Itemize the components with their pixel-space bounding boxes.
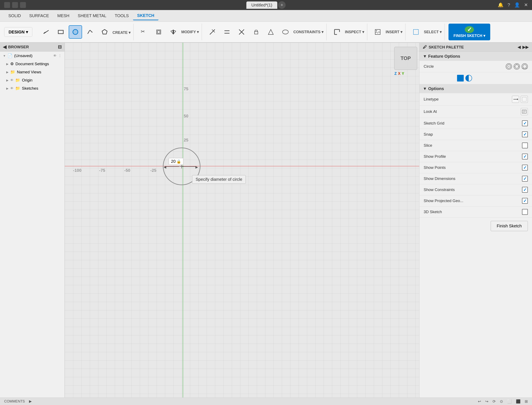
slice-checkbox[interactable] — [522, 142, 528, 148]
browser-item-origin[interactable]: ▶ 👁 📁 Origin — [0, 76, 65, 84]
line-tool-btn[interactable] — [39, 25, 53, 39]
browser-item-doc-settings[interactable]: ▶ ⚙ Document Settings — [0, 60, 65, 68]
design-button[interactable]: DESIGN ▾ — [4, 27, 32, 37]
circle-filled-btn[interactable] — [457, 75, 464, 81]
svg-line-9 — [210, 29, 215, 34]
sketch-3d-checkbox[interactable] — [522, 209, 528, 215]
browser-item-named-views[interactable]: ▶ 📁 Named Views — [0, 68, 65, 76]
palette-header: 🖊 SKETCH PALETTE ◀ ▶▶ — [420, 43, 532, 52]
browser-panel: ◀ BROWSER ⊟ ▼ 📄 (Unsaved) 👁 ⋮ ▶ ⚙ Docume… — [0, 43, 65, 398]
trim-tool-btn[interactable]: ✂ — [137, 25, 151, 39]
triangle-btn[interactable] — [264, 25, 277, 39]
svg-marker-16 — [268, 29, 273, 34]
menu-item-surface[interactable]: SURFACE — [25, 12, 53, 20]
measure-btn[interactable] — [330, 25, 344, 39]
browser-item-root[interactable]: ▼ 📄 (Unsaved) 👁 ⋮ — [0, 52, 65, 60]
insert-image-btn[interactable] — [371, 25, 384, 39]
look-at-label: Look At — [424, 109, 519, 114]
dimension-box[interactable]: 20 🔒 — [169, 158, 183, 165]
feature-options-chevron: ▼ — [423, 54, 427, 59]
palette-expand-right[interactable]: ▶▶ — [522, 45, 529, 49]
options-section[interactable]: ▼ Options — [420, 84, 532, 93]
sketch-grid-label: Sketch Grid — [424, 121, 520, 126]
circle-3pt-btn[interactable] — [514, 63, 520, 70]
show-points-checkbox[interactable] — [522, 165, 528, 170]
nav-icon-4[interactable]: ⊙ — [500, 399, 503, 404]
ellipse-btn[interactable] — [279, 25, 292, 39]
browser-item-sketches[interactable]: ▶ 👁 📁 Sketches — [0, 84, 65, 92]
snap-checkbox[interactable] — [522, 131, 528, 137]
viewcube[interactable]: TOP Z X Y — [394, 47, 415, 68]
expand-comments-btn[interactable]: ▶ — [29, 399, 32, 404]
new-tab-btn[interactable]: + — [278, 1, 286, 9]
linetype-solid-btn[interactable] — [512, 96, 519, 103]
select-btn[interactable] — [409, 25, 423, 39]
feature-options-section[interactable]: ▼ Feature Options — [420, 52, 532, 61]
circle-center-btn[interactable] — [506, 63, 512, 70]
polygon-tool-btn[interactable] — [98, 25, 111, 39]
menu-item-solid[interactable]: SOLID — [4, 12, 25, 20]
menu-item-tools[interactable]: TOOLS — [111, 12, 133, 20]
nav-icon-7[interactable]: ⊞ — [525, 399, 528, 404]
modify-tools-group: ✂ MODIFY ▾ — [134, 24, 202, 40]
coincident-btn[interactable] — [206, 25, 219, 39]
finish-sketch-palette-btn[interactable]: Finish Sketch — [491, 221, 528, 231]
notification-icon[interactable]: 🔔 — [498, 2, 503, 8]
circle-half-btn[interactable] — [465, 75, 472, 81]
show-constraints-label: Show Constraints — [424, 188, 520, 192]
show-projected-geo-checkbox[interactable] — [522, 198, 528, 204]
finish-sketch-button[interactable]: ✓ FINISH SKETCH ▾ — [448, 24, 490, 40]
show-dimensions-checkbox[interactable] — [522, 176, 528, 182]
circle-tool-btn[interactable] — [69, 25, 82, 39]
tooltip-specify-diameter: Specify diameter of circle — [192, 175, 246, 184]
x-axis — [65, 166, 419, 166]
options-icon[interactable]: ⋮ — [58, 54, 62, 58]
doc-settings-label: Document Settings — [15, 62, 62, 66]
show-profile-checkbox[interactable] — [522, 154, 528, 159]
eye-icon[interactable]: 👁 — [53, 54, 57, 58]
constraints-label: CONSTRAINTS ▾ — [293, 30, 323, 34]
rectangle-tool-btn[interactable] — [54, 25, 67, 39]
menu-item-sketch[interactable]: SKETCH — [133, 12, 158, 20]
eye-sketches-icon[interactable]: 👁 — [10, 87, 13, 90]
show-profile-label: Show Profile — [424, 154, 520, 159]
sketch-palette: 🖊 SKETCH PALETTE ◀ ▶▶ ▼ Feature Options … — [419, 43, 532, 398]
mirror-tool-btn[interactable] — [167, 25, 180, 39]
parallel-btn[interactable] — [220, 25, 234, 39]
close-icon[interactable]: ✕ — [524, 2, 528, 8]
insert-label: INSERT ▾ — [386, 30, 402, 34]
nav-icon-5[interactable]: ⬜ — [507, 399, 512, 404]
help-icon[interactable]: ? — [508, 2, 510, 8]
axis-label-neg100: -100 — [73, 168, 81, 173]
show-dimensions-label: Show Dimensions — [424, 176, 520, 181]
eye-origin-icon[interactable]: 👁 — [10, 78, 13, 82]
nav-icon-2[interactable]: ↪ — [485, 399, 488, 404]
lock-btn[interactable] — [250, 25, 263, 39]
nav-icon-1[interactable]: ↩ — [478, 399, 481, 404]
circle-row-label: Circle — [424, 64, 504, 69]
nav-icon-6[interactable]: ⬛ — [516, 399, 520, 404]
user-icon[interactable]: 👤 — [514, 2, 520, 8]
spline-tool-btn[interactable] — [83, 25, 97, 39]
browser-expand-btn[interactable]: ⊟ — [58, 44, 62, 50]
menu-item-mesh[interactable]: MESH — [53, 12, 74, 20]
palette-collapse-left[interactable]: ◀ — [518, 45, 521, 49]
look-at-row: Look At — [420, 106, 532, 118]
svg-marker-7 — [171, 30, 173, 34]
offset-tool-btn[interactable] — [152, 25, 165, 39]
active-tab[interactable]: Untitled*(1) — [246, 1, 277, 9]
menu-item-sheet-metal[interactable]: SHEET METAL — [73, 12, 111, 20]
title-bar: Untitled*(1) + 🔔 ? 👤 ✕ — [0, 0, 532, 10]
browser-collapse-btn[interactable]: ◀ — [3, 44, 7, 50]
look-at-btn[interactable] — [521, 108, 528, 115]
show-constraints-checkbox[interactable] — [522, 187, 528, 193]
canvas-area[interactable]: -100 -75 -50 -25 75 50 25 ◀ ▶ 20 🔒 Speci… — [65, 43, 419, 398]
linetype-dashed-btn[interactable] — [521, 96, 528, 103]
perpendicular-btn[interactable] — [235, 25, 248, 39]
linetype-label: Linetype — [424, 97, 510, 101]
circle-2tang-btn[interactable] — [522, 63, 528, 70]
svg-point-17 — [282, 30, 288, 34]
svg-point-28 — [514, 66, 515, 67]
sketch-grid-checkbox[interactable] — [522, 120, 528, 126]
nav-icon-3[interactable]: ⟳ — [493, 399, 496, 404]
